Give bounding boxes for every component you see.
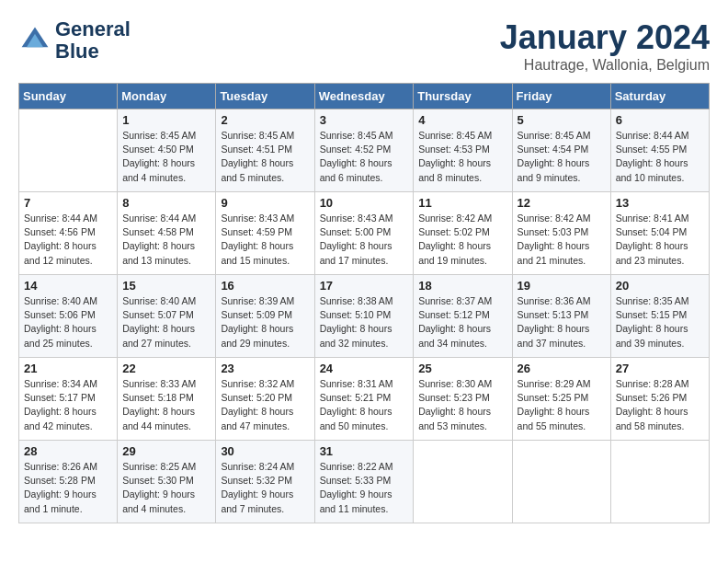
day-info: Sunrise: 8:26 AMSunset: 5:28 PMDaylight:… <box>24 460 112 516</box>
logo-text: General Blue <box>55 18 131 63</box>
calendar-cell <box>414 441 512 523</box>
day-number: 24 <box>320 362 409 375</box>
day-number: 1 <box>122 113 210 127</box>
calendar-cell <box>19 109 118 192</box>
weekday-header-wednesday: Wednesday <box>314 84 414 109</box>
calendar-week-row: 21Sunrise: 8:34 AMSunset: 5:17 PMDayligh… <box>19 358 710 441</box>
day-number: 2 <box>221 113 309 127</box>
day-info: Sunrise: 8:45 AMSunset: 4:50 PMDaylight:… <box>122 129 210 185</box>
day-number: 12 <box>518 196 606 210</box>
calendar-cell: 29Sunrise: 8:25 AMSunset: 5:30 PMDayligh… <box>118 441 216 523</box>
day-info: Sunrise: 8:33 AMSunset: 5:18 PMDaylight:… <box>122 377 210 433</box>
day-number: 13 <box>616 196 704 210</box>
calendar-cell: 11Sunrise: 8:42 AMSunset: 5:02 PMDayligh… <box>414 192 512 275</box>
day-info: Sunrise: 8:31 AMSunset: 5:21 PMDaylight:… <box>320 377 409 433</box>
day-number: 14 <box>24 279 112 293</box>
calendar-cell: 2Sunrise: 8:45 AMSunset: 4:51 PMDaylight… <box>216 109 314 192</box>
day-info: Sunrise: 8:45 AMSunset: 4:54 PMDaylight:… <box>518 129 606 185</box>
day-info: Sunrise: 8:34 AMSunset: 5:17 PMDaylight:… <box>24 377 112 433</box>
calendar-cell: 15Sunrise: 8:40 AMSunset: 5:07 PMDayligh… <box>118 275 216 358</box>
day-number: 5 <box>518 113 606 127</box>
location: Hautrage, Wallonia, Belgium <box>500 57 710 74</box>
day-number: 19 <box>518 279 606 293</box>
calendar-week-row: 28Sunrise: 8:26 AMSunset: 5:28 PMDayligh… <box>19 441 710 523</box>
day-number: 3 <box>320 113 409 127</box>
day-number: 21 <box>24 362 112 375</box>
day-number: 16 <box>221 279 309 293</box>
day-number: 26 <box>518 362 606 375</box>
calendar-cell: 23Sunrise: 8:32 AMSunset: 5:20 PMDayligh… <box>216 358 314 441</box>
calendar-cell: 18Sunrise: 8:37 AMSunset: 5:12 PMDayligh… <box>414 275 512 358</box>
calendar-cell: 25Sunrise: 8:30 AMSunset: 5:23 PMDayligh… <box>414 358 512 441</box>
day-info: Sunrise: 8:40 AMSunset: 5:06 PMDaylight:… <box>24 294 112 350</box>
calendar-cell <box>512 441 610 523</box>
day-info: Sunrise: 8:22 AMSunset: 5:33 PMDaylight:… <box>320 460 409 516</box>
calendar-cell: 7Sunrise: 8:44 AMSunset: 4:56 PMDaylight… <box>19 192 118 275</box>
weekday-header-row: SundayMondayTuesdayWednesdayThursdayFrid… <box>19 84 710 109</box>
calendar-cell <box>610 441 709 523</box>
calendar-cell: 27Sunrise: 8:28 AMSunset: 5:26 PMDayligh… <box>610 358 709 441</box>
calendar-cell: 14Sunrise: 8:40 AMSunset: 5:06 PMDayligh… <box>19 275 118 358</box>
day-number: 31 <box>320 444 409 458</box>
calendar-week-row: 14Sunrise: 8:40 AMSunset: 5:06 PMDayligh… <box>19 275 710 358</box>
page-header: General Blue January 2024 Hautrage, Wall… <box>18 18 710 74</box>
day-info: Sunrise: 8:39 AMSunset: 5:09 PMDaylight:… <box>221 294 309 350</box>
logo-icon <box>18 24 51 57</box>
day-number: 30 <box>221 444 309 458</box>
title-block: January 2024 Hautrage, Wallonia, Belgium <box>500 18 710 74</box>
day-number: 11 <box>418 196 506 210</box>
calendar-cell: 28Sunrise: 8:26 AMSunset: 5:28 PMDayligh… <box>19 441 118 523</box>
calendar-cell: 1Sunrise: 8:45 AMSunset: 4:50 PMDaylight… <box>118 109 216 192</box>
calendar-cell: 4Sunrise: 8:45 AMSunset: 4:53 PMDaylight… <box>414 109 512 192</box>
calendar-cell: 6Sunrise: 8:44 AMSunset: 4:55 PMDaylight… <box>610 109 709 192</box>
weekday-header-sunday: Sunday <box>19 84 118 109</box>
calendar-cell: 20Sunrise: 8:35 AMSunset: 5:15 PMDayligh… <box>610 275 709 358</box>
day-info: Sunrise: 8:44 AMSunset: 4:56 PMDaylight:… <box>24 212 112 268</box>
calendar-cell: 31Sunrise: 8:22 AMSunset: 5:33 PMDayligh… <box>314 441 414 523</box>
calendar-cell: 22Sunrise: 8:33 AMSunset: 5:18 PMDayligh… <box>118 358 216 441</box>
day-number: 8 <box>122 196 210 210</box>
day-number: 20 <box>616 279 704 293</box>
weekday-header-monday: Monday <box>118 84 216 109</box>
calendar-cell: 12Sunrise: 8:42 AMSunset: 5:03 PMDayligh… <box>512 192 610 275</box>
calendar-cell: 24Sunrise: 8:31 AMSunset: 5:21 PMDayligh… <box>314 358 414 441</box>
day-info: Sunrise: 8:30 AMSunset: 5:23 PMDaylight:… <box>418 377 506 433</box>
day-number: 25 <box>418 362 506 375</box>
calendar-cell: 10Sunrise: 8:43 AMSunset: 5:00 PMDayligh… <box>314 192 414 275</box>
calendar-week-row: 7Sunrise: 8:44 AMSunset: 4:56 PMDaylight… <box>19 192 710 275</box>
weekday-header-tuesday: Tuesday <box>216 84 314 109</box>
calendar-cell: 5Sunrise: 8:45 AMSunset: 4:54 PMDaylight… <box>512 109 610 192</box>
day-info: Sunrise: 8:37 AMSunset: 5:12 PMDaylight:… <box>418 294 506 350</box>
day-number: 18 <box>418 279 506 293</box>
day-info: Sunrise: 8:28 AMSunset: 5:26 PMDaylight:… <box>616 377 704 433</box>
day-info: Sunrise: 8:32 AMSunset: 5:20 PMDaylight:… <box>221 377 309 433</box>
calendar-cell: 17Sunrise: 8:38 AMSunset: 5:10 PMDayligh… <box>314 275 414 358</box>
day-info: Sunrise: 8:45 AMSunset: 4:52 PMDaylight:… <box>320 129 409 185</box>
month-title: January 2024 <box>500 18 710 57</box>
calendar-cell: 26Sunrise: 8:29 AMSunset: 5:25 PMDayligh… <box>512 358 610 441</box>
logo: General Blue <box>18 18 131 63</box>
day-number: 17 <box>320 279 409 293</box>
day-info: Sunrise: 8:25 AMSunset: 5:30 PMDaylight:… <box>122 460 210 516</box>
day-number: 7 <box>24 196 112 210</box>
day-number: 6 <box>616 113 704 127</box>
calendar-cell: 3Sunrise: 8:45 AMSunset: 4:52 PMDaylight… <box>314 109 414 192</box>
day-number: 28 <box>24 444 112 458</box>
day-info: Sunrise: 8:42 AMSunset: 5:02 PMDaylight:… <box>418 212 506 268</box>
day-info: Sunrise: 8:35 AMSunset: 5:15 PMDaylight:… <box>616 294 704 350</box>
day-info: Sunrise: 8:40 AMSunset: 5:07 PMDaylight:… <box>122 294 210 350</box>
day-number: 15 <box>122 279 210 293</box>
day-number: 10 <box>320 196 409 210</box>
day-number: 23 <box>221 362 309 375</box>
day-number: 9 <box>221 196 309 210</box>
day-info: Sunrise: 8:43 AMSunset: 5:00 PMDaylight:… <box>320 212 409 268</box>
day-info: Sunrise: 8:43 AMSunset: 4:59 PMDaylight:… <box>221 212 309 268</box>
day-info: Sunrise: 8:44 AMSunset: 4:58 PMDaylight:… <box>122 212 210 268</box>
calendar-cell: 16Sunrise: 8:39 AMSunset: 5:09 PMDayligh… <box>216 275 314 358</box>
calendar-table: SundayMondayTuesdayWednesdayThursdayFrid… <box>18 83 710 523</box>
day-number: 4 <box>418 113 506 127</box>
calendar-cell: 8Sunrise: 8:44 AMSunset: 4:58 PMDaylight… <box>118 192 216 275</box>
weekday-header-thursday: Thursday <box>414 84 512 109</box>
day-info: Sunrise: 8:41 AMSunset: 5:04 PMDaylight:… <box>616 212 704 268</box>
day-info: Sunrise: 8:29 AMSunset: 5:25 PMDaylight:… <box>518 377 606 433</box>
